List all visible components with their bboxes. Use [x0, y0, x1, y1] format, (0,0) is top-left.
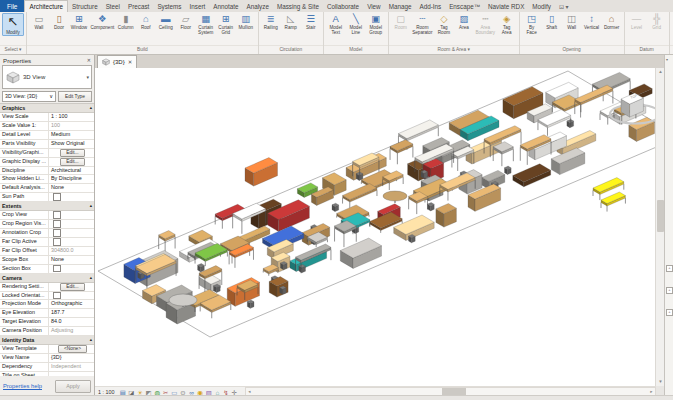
close-icon[interactable]: ✕ [87, 57, 91, 63]
property-value[interactable]: 84.0 [49, 318, 94, 326]
property-value[interactable]: 1 : 100 [49, 113, 94, 121]
locked-orientat-checkbox[interactable] [53, 292, 61, 300]
tool-modify[interactable]: ↖Modify [2, 13, 24, 36]
tab-manage[interactable]: Manage [385, 0, 416, 12]
tab-annotate[interactable]: Annotate [209, 0, 242, 12]
tool-tag-area[interactable]: ◈Tag Area [497, 13, 517, 35]
property-value[interactable]: {3D} [49, 354, 94, 362]
visibility-graphi-button[interactable]: Edit... [60, 149, 84, 157]
section-collapse-icon[interactable]: ▴ [90, 202, 92, 210]
tool-column[interactable]: ▮Column [116, 13, 136, 30]
tab-collaborate[interactable]: Collaborate [323, 0, 363, 12]
tab-massing-site[interactable]: Massing & Site [273, 0, 323, 12]
section-camera[interactable]: Camera▴ [0, 274, 94, 283]
property-value[interactable]: Architectural [49, 167, 94, 175]
3d-view-icon [102, 58, 110, 66]
tree-expand-icon[interactable]: + [666, 309, 673, 316]
tab-analyze[interactable]: Analyze [243, 0, 273, 12]
graphic-display-button[interactable]: Edit... [60, 158, 84, 166]
tool-mullion[interactable]: ▥Mullion [236, 13, 256, 30]
property-value[interactable]: None [49, 184, 94, 192]
view-tab-3d[interactable]: {3D} ✕ [97, 55, 137, 68]
section-identity-data[interactable]: Identity Data▴ [0, 336, 94, 345]
property-value[interactable]: Independent [49, 363, 94, 371]
property-value[interactable]: Orthographic [49, 300, 94, 308]
tool-tag-room[interactable]: ◇Tag Room [434, 13, 454, 35]
ribbon-display-toggle-icon[interactable]: ⊡ ▾ [555, 0, 573, 12]
tool-by-face[interactable]: ◳By Face [522, 13, 542, 35]
sun-path-checkbox[interactable] [53, 193, 61, 201]
round-table[interactable] [169, 294, 197, 306]
section-collapse-icon[interactable]: ▴ [90, 274, 92, 282]
tab-architecture[interactable]: Architecture [24, 0, 68, 12]
property-value[interactable]: 100 [49, 122, 94, 130]
properties-help-link[interactable]: Properties help [3, 383, 42, 389]
tab-view[interactable]: View [363, 0, 385, 12]
section-collapse-icon[interactable]: ▴ [90, 336, 92, 344]
file-menu-button[interactable]: File [0, 0, 24, 12]
view-template-button[interactable]: <None> [58, 345, 87, 353]
section-box-checkbox[interactable] [53, 265, 61, 273]
crop-region-vis-checkbox[interactable] [53, 220, 61, 228]
tab-systems[interactable]: Systems [153, 0, 185, 12]
section-collapse-icon[interactable]: ▴ [90, 104, 92, 112]
tool-model-text[interactable]: AModel Text [326, 13, 346, 35]
tab-steel[interactable]: Steel [102, 0, 124, 12]
tool-stair[interactable]: ☰Stair [301, 13, 321, 30]
tab-add-ins[interactable]: Add-Ins [415, 0, 445, 12]
instance-selector[interactable]: 3D View: {3D} ∨ [2, 91, 56, 102]
tool-label: Level [631, 25, 642, 30]
section-extents[interactable]: Extents▴ [0, 202, 94, 211]
vertical-scroll-thumb[interactable] [657, 200, 664, 232]
section-graphics[interactable]: Graphics▴ [0, 104, 94, 113]
property-value[interactable]: None [49, 256, 94, 264]
far-clip-active-checkbox[interactable] [53, 238, 61, 246]
group-label-select[interactable]: Select ▾ [0, 45, 26, 54]
tool-window[interactable]: ⊞Window [69, 13, 89, 30]
tool-wall[interactable]: ◫Wall [562, 13, 582, 30]
tool-roof[interactable]: ⌂Roof [136, 13, 156, 30]
tool-wall[interactable]: ▭Wall [29, 13, 49, 30]
tool-model-line[interactable]: ╲Model Line [346, 13, 366, 35]
tab-naviate-rdx[interactable]: Naviate RDX [484, 0, 528, 12]
tab-modify[interactable]: Modify [528, 0, 555, 12]
tool-shaft[interactable]: ▯Shaft [542, 13, 562, 30]
tool-model-group[interactable]: ▣Model Group [366, 13, 386, 35]
tool-room-separator[interactable]: ┄Room Separator [411, 13, 434, 35]
close-view-icon[interactable]: ✕ [128, 59, 133, 65]
tree-expand-icon[interactable]: + [666, 287, 673, 294]
annotation-crop-checkbox[interactable] [53, 229, 61, 237]
property-value: <None> [49, 345, 94, 353]
rendering-setti-button[interactable]: Edit... [60, 283, 84, 291]
group-label-room-area[interactable]: Room & Area ▾ [389, 45, 519, 54]
tool-curtain-system[interactable]: ▦Curtain System [196, 13, 216, 35]
tree-expand-icon[interactable]: + [666, 265, 673, 272]
property-value[interactable]: Adjusting [49, 327, 94, 335]
crop-view-checkbox[interactable] [53, 211, 61, 219]
property-value[interactable]: Show Original [49, 140, 94, 148]
tool-vertical[interactable]: ↕Vertical [582, 13, 602, 30]
tool-floor[interactable]: ▱Floor [176, 13, 196, 30]
round-table[interactable] [383, 191, 407, 201]
tool-component[interactable]: ❖Component [89, 13, 116, 30]
tool-railing[interactable]: ≣Railing [261, 13, 281, 30]
model-3d-view[interactable]: TOP [95, 68, 656, 386]
tab-insert[interactable]: Insert [186, 0, 210, 12]
tab-enscape[interactable]: Enscape™ [445, 0, 484, 12]
tool-ceiling[interactable]: ▬Ceiling [156, 13, 176, 30]
tool-curtain-grid[interactable]: ⊞Curtain Grid [216, 13, 236, 35]
tool-door[interactable]: ▯Door [49, 13, 69, 30]
chevron-down-icon[interactable]: ▾ [666, 57, 668, 62]
edit-type-button[interactable]: Edit Type [58, 91, 92, 102]
tool-dormer[interactable]: ⌂Dormer [602, 13, 622, 30]
tab-structure[interactable]: Structure [68, 0, 102, 12]
property-value[interactable]: 304800.0 [49, 247, 94, 255]
property-value[interactable]: Medium [49, 131, 94, 139]
tab-precast[interactable]: Precast [124, 0, 153, 12]
drawing-area[interactable]: TOP [95, 68, 656, 386]
property-value[interactable]: 187.7 [49, 309, 94, 317]
type-selector[interactable]: 3D View ▾ [2, 65, 92, 89]
tool-ramp[interactable]: ◺Ramp [281, 13, 301, 30]
property-value[interactable]: By Discipline [49, 175, 94, 183]
tool-area[interactable]: ▨Area [454, 13, 474, 30]
